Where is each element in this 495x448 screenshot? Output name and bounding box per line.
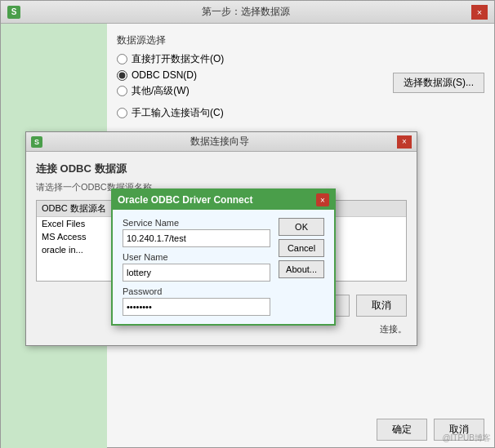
- oracle-about-button[interactable]: About...: [279, 260, 324, 278]
- main-window: S 第一步：选择数据源 × 数据源选择 直接打开数据文件(O): [0, 0, 495, 448]
- manual-input-label: 手工输入连接语句(C): [132, 106, 224, 120]
- radio-other-label: 其他/高级(W): [132, 84, 190, 98]
- oracle-dialog: Oracle ODBC Driver Connect × Service Nam…: [111, 189, 336, 326]
- password-label: Password: [123, 286, 270, 296]
- radio-manual-input[interactable]: [117, 108, 127, 118]
- radio-odbc-dsn-input[interactable]: [117, 70, 127, 81]
- service-name-label: Service Name: [123, 218, 270, 228]
- user-name-label: User Name: [123, 252, 270, 262]
- main-titlebar: S 第一步：选择数据源 ×: [1, 1, 494, 24]
- oracle-titlebar: Oracle ODBC Driver Connect ×: [113, 190, 334, 210]
- radio-direct-open-input[interactable]: [117, 54, 127, 64]
- wizard-icon: S: [31, 136, 42, 148]
- app-icon: S: [7, 6, 20, 19]
- wizard-title: 数据连接向导: [42, 135, 397, 149]
- user-name-input[interactable]: [123, 264, 270, 282]
- radio-direct-open[interactable]: 直接打开数据文件(O): [117, 52, 484, 66]
- main-title: 第一步：选择数据源: [20, 5, 471, 19]
- service-name-input[interactable]: [123, 229, 270, 247]
- radio-odbc-dsn-label: ODBC DSN(D): [132, 69, 197, 81]
- wizard-section-title: 连接 ODBC 数据源: [36, 162, 407, 176]
- manual-input-row: 手工输入连接语句(C): [117, 106, 484, 120]
- connection-text: 连接。: [380, 323, 407, 335]
- oracle-close-button[interactable]: ×: [316, 193, 329, 206]
- oracle-cancel-button[interactable]: Cancel: [279, 239, 324, 257]
- oracle-form: Service Name User Name Password: [123, 218, 270, 316]
- watermark: @ITPUB博客: [442, 432, 491, 444]
- wizard-titlebar: S 数据连接向导 ×: [26, 132, 417, 152]
- datasource-section-label: 数据源选择: [117, 33, 484, 47]
- oracle-ok-button[interactable]: OK: [279, 218, 324, 236]
- radio-other-input[interactable]: [117, 86, 127, 96]
- wizard-cancel-button[interactable]: 取消: [356, 295, 407, 317]
- wizard-close-button[interactable]: ×: [397, 135, 412, 149]
- select-datasource-button[interactable]: 选择数据源(S)...: [393, 73, 484, 93]
- radio-direct-open-label: 直接打开数据文件(O): [132, 52, 224, 66]
- oracle-content: Service Name User Name Password OK Cance…: [113, 210, 334, 324]
- oracle-buttons: OK Cancel About...: [279, 218, 324, 316]
- main-close-button[interactable]: ×: [471, 5, 488, 20]
- password-input[interactable]: [123, 298, 270, 316]
- oracle-dialog-title: Oracle ODBC Driver Connect: [118, 194, 252, 206]
- confirm-button[interactable]: 确定: [377, 419, 427, 441]
